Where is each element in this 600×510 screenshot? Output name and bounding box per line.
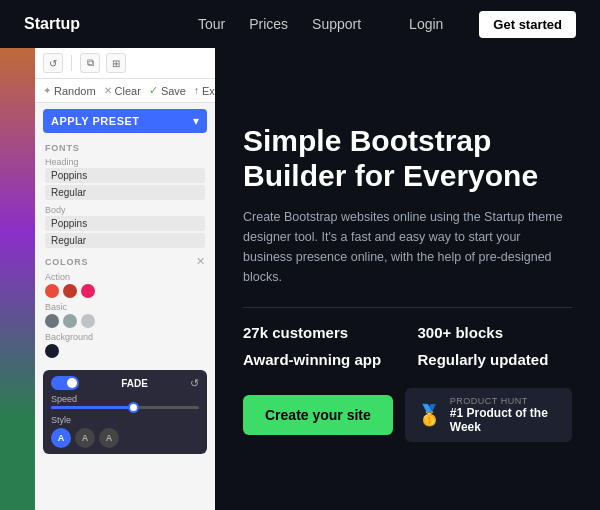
save-label: Save	[161, 85, 186, 97]
stat-blocks: 300+ blocks	[418, 324, 573, 341]
fade-label: FADE	[121, 378, 148, 389]
basic-swatch-3[interactable]	[81, 314, 95, 328]
export-item[interactable]: ↑ Export	[194, 85, 215, 97]
background-color-group: Background	[45, 332, 205, 358]
random-label: Random	[54, 85, 96, 97]
hero-title: Simple Bootstrap Builder for Everyone	[243, 124, 572, 193]
create-site-button[interactable]: Create your site	[243, 395, 393, 435]
main-content: ↺ ⧉ ⊞ ✦ Random ✕ Clear ✓ Save	[0, 48, 600, 510]
body-font-badge[interactable]: Poppins	[45, 216, 205, 231]
bg-swatch-1[interactable]	[45, 344, 59, 358]
preset-arrow-icon: ▾	[193, 114, 199, 128]
regular-badge-1[interactable]: Regular	[45, 185, 205, 200]
anim-header: FADE ↺	[51, 376, 199, 390]
speed-slider-thumb	[128, 402, 139, 413]
action-swatch-1[interactable]	[45, 284, 59, 298]
action-label: Action	[45, 272, 205, 282]
style-btn-a[interactable]: A	[51, 428, 71, 448]
background-label: Background	[45, 332, 205, 342]
medal-icon: 🥇	[417, 403, 442, 427]
toolbar-separator	[71, 55, 72, 71]
nav-login[interactable]: Login	[409, 16, 443, 32]
clear-icon: ✕	[104, 85, 112, 96]
speed-slider-fill	[51, 406, 132, 409]
copy-icon[interactable]: ⧉	[80, 53, 100, 73]
builder-toolbar: ↺ ⧉ ⊞	[35, 48, 215, 79]
animation-section: FADE ↺ Speed Style A A A	[43, 370, 207, 454]
body-label: Body	[45, 205, 205, 215]
ph-label: Product Hunt	[450, 396, 560, 406]
navbar: Startup Tour Prices Support Login Get st…	[0, 0, 600, 48]
random-icon: ✦	[43, 85, 51, 96]
save-icon: ✓	[149, 84, 158, 97]
style-btn-b[interactable]: A	[75, 428, 95, 448]
basic-color-group: Basic	[45, 302, 205, 328]
style-btn-c[interactable]: A	[99, 428, 119, 448]
nav-link-support[interactable]: Support	[312, 16, 361, 32]
quick-action-bar: ✦ Random ✕ Clear ✓ Save ↑ Export	[35, 79, 215, 103]
hero-section: Simple Bootstrap Builder for Everyone Cr…	[215, 48, 600, 510]
colors-section: COLORS ✕ Action Basic	[35, 251, 215, 366]
builder-inner: ↺ ⧉ ⊞ ✦ Random ✕ Clear ✓ Save	[35, 48, 215, 510]
stat-customers: 27k customers	[243, 324, 398, 341]
action-swatch-3[interactable]	[81, 284, 95, 298]
basic-swatches	[45, 314, 205, 328]
speed-slider[interactable]	[51, 406, 199, 409]
basic-swatch-2[interactable]	[63, 314, 77, 328]
clear-item[interactable]: ✕ Clear	[104, 85, 141, 97]
fade-toggle[interactable]	[51, 376, 79, 390]
cta-row: Create your site 🥇 Product Hunt #1 Produ…	[243, 388, 572, 442]
basic-swatch-1[interactable]	[45, 314, 59, 328]
ph-text: Product Hunt #1 Product of the Week	[450, 396, 560, 434]
export-label: Export	[202, 85, 215, 97]
product-hunt-badge: 🥇 Product Hunt #1 Product of the Week	[405, 388, 572, 442]
image-strip	[0, 48, 35, 510]
save-item[interactable]: ✓ Save	[149, 84, 186, 97]
grid-icon[interactable]: ⊞	[106, 53, 126, 73]
speed-label: Speed	[51, 394, 199, 404]
style-label: Style	[51, 415, 199, 425]
hero-title-line2: Builder for Everyone	[243, 159, 538, 192]
action-swatch-2[interactable]	[63, 284, 77, 298]
random-item[interactable]: ✦ Random	[43, 85, 96, 97]
stat-customers-value: 27k customers	[243, 324, 398, 341]
stat-blocks-value: 300+ blocks	[418, 324, 573, 341]
nav-logo: Startup	[24, 15, 80, 33]
colors-title: COLORS	[45, 257, 88, 267]
colors-header: COLORS ✕	[45, 255, 205, 268]
preset-label: APPLY PRESET	[51, 115, 140, 127]
hero-divider	[243, 307, 572, 308]
anim-reload-icon[interactable]: ↺	[190, 377, 199, 390]
style-buttons: A A A	[51, 428, 199, 448]
export-icon: ↑	[194, 85, 199, 96]
colors-edit-icon[interactable]: ✕	[196, 255, 205, 268]
heading-font-row: Heading Poppins Regular	[35, 155, 215, 203]
refresh-icon[interactable]: ↺	[43, 53, 63, 73]
hero-description: Create Bootstrap websites online using t…	[243, 207, 572, 287]
stat-award-value: Award-winning app	[243, 351, 398, 368]
background-swatches	[45, 344, 205, 358]
action-color-group: Action	[45, 272, 205, 298]
hero-title-line1: Simple Bootstrap	[243, 124, 491, 157]
stat-updated: Regularly updated	[418, 351, 573, 368]
nav-link-tour[interactable]: Tour	[198, 16, 225, 32]
nav-get-started[interactable]: Get started	[479, 11, 576, 38]
nav-link-prices[interactable]: Prices	[249, 16, 288, 32]
apply-preset-bar[interactable]: APPLY PRESET ▾	[43, 109, 207, 133]
action-swatches	[45, 284, 205, 298]
builder-panel: ↺ ⧉ ⊞ ✦ Random ✕ Clear ✓ Save	[0, 48, 215, 510]
heading-label: Heading	[45, 157, 205, 167]
heading-font-badge[interactable]: Poppins	[45, 168, 205, 183]
basic-label: Basic	[45, 302, 205, 312]
clear-label: Clear	[115, 85, 141, 97]
stat-updated-value: Regularly updated	[418, 351, 573, 368]
nav-links: Tour Prices Support Login Get started	[198, 11, 576, 38]
stat-award: Award-winning app	[243, 351, 398, 368]
regular-badge-2[interactable]: Regular	[45, 233, 205, 248]
stats-grid: 27k customers 300+ blocks Award-winning …	[243, 324, 572, 368]
ph-title: #1 Product of the Week	[450, 406, 560, 434]
body-font-row: Body Poppins Regular	[35, 203, 215, 251]
fonts-section-title: FONTS	[35, 137, 215, 155]
